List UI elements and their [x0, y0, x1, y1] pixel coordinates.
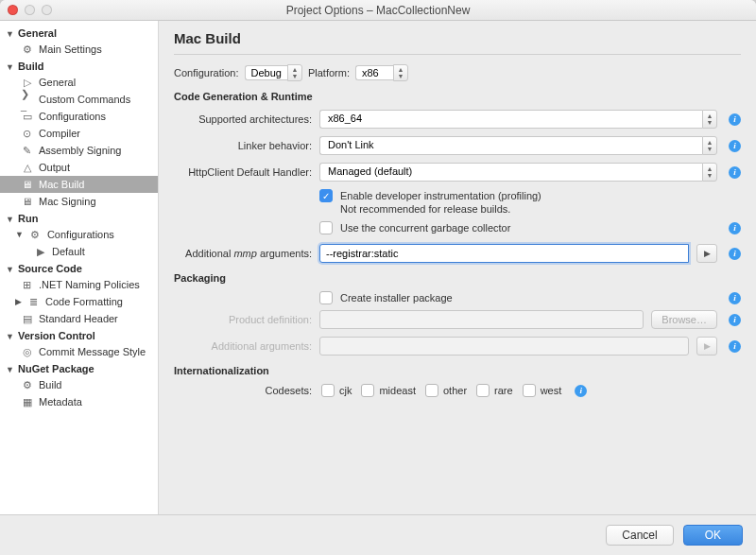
minimize-window-icon: [25, 5, 35, 15]
httpclient-select[interactable]: Managed (default) ▲▼: [319, 163, 717, 182]
architectures-value: x86_64: [319, 110, 702, 129]
sidebar-item-configurations[interactable]: ▭Configurations: [0, 108, 158, 125]
play-icon: ▶: [34, 246, 46, 258]
sidebar-item-compiler[interactable]: ⊙Compiler: [0, 125, 158, 142]
codeset-label: other: [443, 385, 467, 396]
gear-icon: ⚙: [21, 43, 33, 56]
info-icon[interactable]: i: [729, 340, 741, 353]
additional-args-label: Additional arguments:: [174, 340, 312, 352]
sidebar-item-output[interactable]: △Output: [0, 159, 158, 176]
additional-args-input: [319, 337, 689, 356]
architectures-select[interactable]: x86_64 ▲▼: [319, 110, 717, 129]
mmp-label: Additional mmp arguments:: [174, 248, 312, 259]
sidebar-item-run-default[interactable]: ▶Default: [0, 243, 158, 260]
monitor-icon: 🖥: [21, 196, 33, 208]
codeset-label: mideast: [379, 385, 416, 396]
sidebar-group-version-control[interactable]: ▼ Version Control: [0, 327, 158, 343]
linker-value: Don't Link: [319, 136, 702, 155]
sidebar-group-general[interactable]: ▼ General: [0, 25, 158, 41]
create-installer-checkbox[interactable]: [319, 291, 333, 304]
sidebar-item-label: Configurations: [39, 111, 106, 122]
info-icon[interactable]: i: [729, 140, 741, 152]
mmp-expand-button[interactable]: ▶: [696, 244, 717, 263]
sidebar-group-nuget[interactable]: ▼ NuGet Package: [0, 360, 158, 376]
configuration-value: Debug: [245, 65, 287, 80]
codeset-other-checkbox[interactable]: [425, 384, 438, 397]
signing-icon: ✎: [21, 145, 33, 157]
i18n-section-title: Internationalization: [174, 365, 741, 376]
close-window-icon[interactable]: [8, 5, 18, 15]
linker-select[interactable]: Don't Link ▲▼: [319, 136, 717, 155]
sidebar-item-label: Compiler: [39, 128, 80, 139]
sidebar-item-code-formatting[interactable]: ▶≣Code Formatting: [0, 293, 158, 310]
architectures-label: Supported architectures:: [174, 113, 312, 125]
sidebar-group-run[interactable]: ▼ Run: [0, 210, 158, 226]
info-icon[interactable]: i: [575, 385, 587, 397]
sidebar-item-label: Code Formatting: [45, 296, 123, 307]
codeset-label: west: [541, 385, 562, 396]
codeset-mideast-checkbox[interactable]: [361, 384, 374, 397]
page-title: Mac Build: [174, 30, 741, 46]
title-separator: [174, 54, 741, 55]
codeset-cjk-checkbox[interactable]: [321, 384, 335, 397]
compiler-icon: ⊙: [21, 128, 33, 140]
sidebar-item-label: Configurations: [47, 229, 114, 240]
info-icon[interactable]: i: [729, 222, 741, 234]
sidebar-item-mac-signing[interactable]: 🖥Mac Signing: [0, 193, 158, 210]
sidebar-group-source-code[interactable]: ▼ Source Code: [0, 260, 158, 276]
chevron-down-icon: ▼: [6, 365, 14, 373]
codeset-west-checkbox[interactable]: [523, 384, 536, 397]
mmp-arguments-input[interactable]: [319, 244, 689, 263]
sidebar-item-label: Assembly Signing: [39, 145, 121, 156]
httpclient-value: Managed (default): [319, 163, 702, 182]
platform-label: Platform:: [308, 67, 350, 78]
profiling-checkbox[interactable]: ✓: [319, 189, 333, 202]
sidebar-item-assembly-signing[interactable]: ✎Assembly Signing: [0, 142, 158, 159]
info-icon[interactable]: i: [729, 248, 741, 260]
sidebar-item-label: Standard Header: [39, 313, 118, 324]
info-icon[interactable]: i: [729, 113, 741, 126]
sidebar-item-standard-header[interactable]: ▤Standard Header: [0, 310, 158, 327]
sidebar-item-mac-build[interactable]: 🖥Mac Build: [0, 176, 158, 193]
codeset-rare-checkbox[interactable]: [476, 384, 490, 397]
platform-select[interactable]: x86 ▲▼: [355, 64, 408, 81]
ok-button[interactable]: OK: [683, 525, 743, 546]
configuration-select[interactable]: Debug ▲▼: [245, 64, 302, 81]
sidebar: ▼ General ⚙ Main Settings ▼ Build ▷Gener…: [0, 21, 159, 514]
sidebar-item-main-settings[interactable]: ⚙ Main Settings: [0, 41, 158, 58]
cancel-button[interactable]: Cancel: [606, 525, 673, 546]
chevron-down-icon: ▼: [6, 62, 14, 71]
product-definition-label: Product definition:: [174, 314, 312, 325]
traffic-lights: [8, 5, 52, 15]
output-icon: △: [21, 162, 33, 174]
sidebar-item-label: Default: [52, 246, 85, 257]
commit-icon: ◎: [21, 346, 33, 358]
sidebar-item-naming-policies[interactable]: ⊞.NET Naming Policies: [0, 276, 158, 293]
stepper-icon: ▲▼: [287, 64, 302, 81]
sidebar-item-nuget-build[interactable]: ⚙Build: [0, 376, 158, 393]
sidebar-item-label: Mac Signing: [39, 196, 96, 207]
codesets-row: Codesets: cjk mideast other rare west i: [174, 384, 741, 397]
sidebar-item-custom-commands[interactable]: ❯_Custom Commands: [0, 91, 158, 108]
codesets-label: Codesets:: [174, 385, 312, 396]
info-icon[interactable]: i: [729, 292, 741, 304]
sidebar-item-label: Output: [39, 162, 70, 173]
window-icon: ▭: [21, 111, 33, 123]
info-icon[interactable]: i: [729, 166, 741, 179]
gc-checkbox[interactable]: [319, 221, 333, 234]
create-installer-label: Create installer package: [340, 291, 453, 304]
format-icon: ≣: [27, 296, 40, 308]
stepper-icon: ▲▼: [702, 163, 717, 182]
gear-icon: ⚙: [29, 229, 42, 241]
info-icon[interactable]: i: [729, 314, 741, 326]
sidebar-group-build[interactable]: ▼ Build: [0, 58, 158, 74]
sidebar-item-commit-style[interactable]: ◎Commit Message Style: [0, 343, 158, 360]
stepper-icon: ▲▼: [702, 110, 717, 129]
sidebar-item-label: General: [39, 77, 76, 88]
codeset-label: cjk: [339, 385, 352, 396]
configuration-label: Configuration:: [174, 67, 239, 78]
sidebar-item-nuget-metadata[interactable]: ▦Metadata: [0, 393, 158, 410]
dialog-footer: Cancel OK: [0, 514, 756, 555]
sidebar-item-run-configurations[interactable]: ▼⚙Configurations: [0, 226, 158, 243]
net-icon: ⊞: [21, 279, 33, 291]
